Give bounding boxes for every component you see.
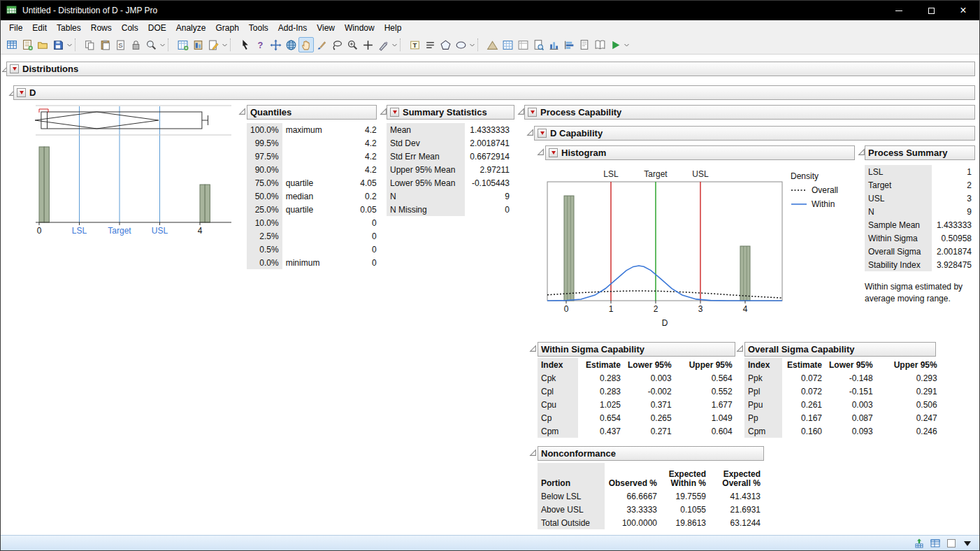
menu-window[interactable]: Window — [340, 21, 380, 35]
toolbar-chevron-icon[interactable] — [159, 37, 166, 52]
arrow-tool-icon[interactable] — [237, 37, 252, 52]
red-triangle-menu-icon[interactable] — [10, 64, 19, 73]
toolbar-chevron-icon[interactable] — [221, 37, 228, 52]
menu-analyze[interactable]: Analyze — [171, 21, 211, 35]
menu-help[interactable]: Help — [380, 21, 407, 35]
disclosure-histogram[interactable] — [537, 148, 545, 156]
move-tool-icon[interactable] — [268, 37, 283, 52]
nonconformance-header[interactable]: Nonconformance — [538, 446, 764, 461]
summary-statistics-header[interactable]: Summary Statistics — [387, 105, 514, 120]
new-window-icon[interactable] — [175, 37, 190, 52]
minimize-button[interactable] — [883, 1, 915, 20]
disclosure-nonconformance[interactable] — [529, 449, 537, 457]
graph-builder-icon[interactable] — [546, 37, 561, 52]
summary-statistics-table: Mean1.4333333 Std Dev2.0018741 Std Err M… — [387, 123, 513, 216]
distribution-plot[interactable]: 0 LSL Target USL 4 — [29, 103, 235, 247]
menu-view[interactable]: View — [312, 21, 340, 35]
text-annotate-icon[interactable]: T — [407, 37, 422, 52]
toolbar-chevron-icon[interactable] — [66, 37, 73, 52]
scalpel-tool-icon[interactable] — [375, 37, 391, 52]
save-icon[interactable] — [50, 37, 66, 52]
line-annotate-icon[interactable] — [422, 37, 438, 52]
red-triangle-menu-icon[interactable] — [538, 129, 547, 138]
menu-cols[interactable]: Cols — [117, 21, 143, 35]
search-icon[interactable] — [143, 37, 159, 52]
toolbar-chevron-icon[interactable] — [468, 37, 475, 52]
maximize-icon — [928, 8, 935, 14]
within-line-icon — [791, 201, 807, 208]
menu-rows[interactable]: Rows — [86, 21, 117, 35]
copy-icon[interactable] — [82, 37, 97, 52]
chart-view-icon[interactable] — [561, 37, 577, 52]
table-row: LSL1 — [865, 165, 975, 178]
doc-edit-icon[interactable] — [577, 37, 592, 52]
quantiles-header[interactable]: Quantiles — [247, 105, 377, 120]
distributions-header[interactable]: Distributions — [6, 62, 975, 76]
hand-tool-icon[interactable] — [298, 37, 314, 52]
table-row: 10.0%0 — [247, 216, 380, 229]
distributions-title: Distributions — [22, 64, 78, 74]
d-capability-header[interactable]: D Capability — [534, 126, 975, 141]
menu-graph[interactable]: Graph — [210, 21, 243, 35]
overall-sigma-header[interactable]: Overall Sigma Capability — [744, 342, 936, 357]
title-bar: Untitled - Distribution of D - JMP Pro × — [1, 1, 979, 20]
help-tool-icon[interactable]: ? — [252, 37, 268, 52]
table-row: Std Dev2.0018741 — [387, 136, 513, 150]
window-grid-icon[interactable] — [929, 537, 942, 550]
crosshair-tool-icon[interactable] — [360, 37, 375, 52]
d-header[interactable]: D — [13, 85, 975, 100]
disclosure-within-sigma[interactable] — [529, 345, 537, 352]
menu-file[interactable]: File — [4, 21, 27, 35]
open-icon[interactable] — [35, 37, 50, 52]
new-data-table-icon[interactable] — [4, 37, 20, 52]
menu-tables[interactable]: Tables — [52, 21, 86, 35]
new-journal-icon[interactable] — [20, 37, 35, 52]
run-script-icon[interactable] — [607, 37, 623, 52]
lock-icon[interactable] — [128, 37, 143, 52]
disclosure-d-capability[interactable] — [526, 129, 534, 136]
within-sigma-header[interactable]: Within Sigma Capability — [538, 342, 735, 357]
close-button[interactable]: × — [947, 1, 979, 20]
brush-tool-icon[interactable] — [314, 37, 329, 52]
report-preview-icon[interactable] — [531, 37, 546, 52]
toolbar-chevron-icon[interactable] — [623, 37, 630, 52]
table-row: Std Err Mean0.6672914 — [387, 150, 513, 163]
red-triangle-menu-icon[interactable] — [390, 108, 399, 117]
menu-doe[interactable]: DOE — [143, 21, 171, 35]
maximize-button[interactable] — [915, 1, 947, 20]
clipboard-report-icon[interactable] — [190, 37, 206, 52]
polygon-annotate-icon[interactable] — [438, 37, 453, 52]
menu-add-ins[interactable]: Add-Ins — [273, 21, 312, 35]
menu-tools[interactable]: Tools — [244, 21, 273, 35]
profiler-icon[interactable] — [484, 37, 500, 52]
table-row: Cpu1.0250.3711.677 — [538, 398, 736, 411]
grid-window-icon[interactable] — [500, 37, 515, 52]
globe-tool-icon[interactable] — [283, 37, 298, 52]
histogram-header[interactable]: Histogram — [545, 145, 855, 160]
script-editor-icon[interactable] — [206, 37, 221, 52]
journal-window-icon[interactable] — [592, 37, 607, 52]
red-triangle-menu-icon[interactable] — [549, 148, 558, 157]
reveal-table-icon[interactable] — [913, 537, 925, 550]
dropdown-caret-icon[interactable] — [961, 537, 974, 550]
process-capability-header[interactable]: Process Capability — [524, 105, 975, 120]
disclosure-overall-sigma[interactable] — [736, 345, 744, 352]
axis-tick: 1 — [609, 304, 614, 314]
magnifier-tool-icon[interactable] — [345, 37, 360, 52]
legend-item-overall: Overall — [791, 183, 838, 197]
red-triangle-menu-icon[interactable] — [17, 88, 26, 97]
menu-edit[interactable]: Edit — [27, 21, 52, 35]
oval-annotate-icon[interactable] — [453, 37, 468, 52]
paste-icon[interactable] — [97, 37, 113, 52]
process-summary-header[interactable]: Process Summary — [865, 145, 975, 160]
blank-box-icon[interactable] — [945, 537, 958, 550]
disclosure-quantiles[interactable] — [238, 108, 246, 115]
copy-selection-icon[interactable]: S — [113, 37, 128, 52]
toolbar-chevron-icon[interactable] — [391, 37, 398, 52]
red-triangle-menu-icon[interactable] — [528, 108, 537, 117]
capability-plot[interactable]: LSL Target USL 0 1 2 3 4 D — [539, 168, 788, 330]
table-window-icon[interactable] — [515, 37, 531, 52]
toolbar-separator — [400, 38, 404, 51]
lasso-tool-icon[interactable] — [329, 37, 345, 52]
table-row: Pp0.1670.0870.247 — [744, 411, 941, 424]
